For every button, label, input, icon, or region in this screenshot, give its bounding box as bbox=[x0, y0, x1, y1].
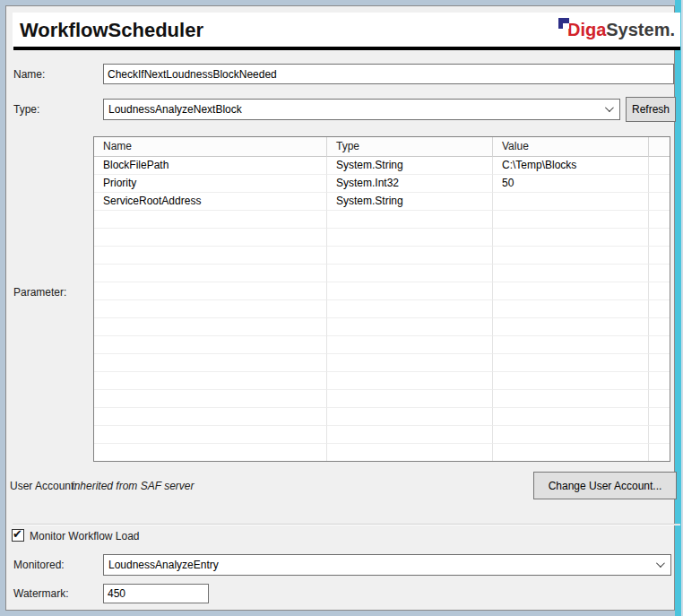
column-header-blank bbox=[649, 137, 670, 157]
table-cell bbox=[649, 211, 670, 229]
table-cell bbox=[649, 444, 670, 462]
table-row[interactable] bbox=[94, 426, 670, 444]
column-header-name[interactable]: Name bbox=[94, 137, 327, 157]
table-cell bbox=[649, 336, 670, 354]
table-cell bbox=[493, 247, 649, 265]
table-cell bbox=[493, 229, 649, 247]
table-row[interactable]: PrioritySystem.Int3250 bbox=[94, 175, 670, 193]
table-row[interactable] bbox=[94, 390, 670, 408]
table-cell: Priority bbox=[94, 175, 327, 193]
column-header-type[interactable]: Type bbox=[327, 137, 493, 157]
table-row[interactable] bbox=[94, 211, 670, 229]
name-input[interactable] bbox=[103, 64, 674, 84]
table-row[interactable] bbox=[94, 229, 670, 247]
table-row[interactable]: BlockFilePathSystem.StringC:\Temp\Blocks bbox=[94, 157, 670, 175]
type-combobox[interactable]: LoudnessAnalyzeNextBlock bbox=[103, 99, 620, 120]
column-header-value[interactable]: Value bbox=[493, 137, 649, 157]
table-cell bbox=[94, 354, 327, 372]
table-row[interactable] bbox=[94, 247, 670, 265]
table-cell bbox=[327, 229, 493, 247]
table-cell bbox=[327, 390, 493, 408]
table-cell bbox=[327, 300, 493, 318]
refresh-button[interactable]: Refresh bbox=[626, 97, 676, 122]
table-cell bbox=[649, 372, 670, 390]
monitored-combobox-value: LoudnessAnalyzeEntry bbox=[108, 559, 219, 571]
table-cell bbox=[493, 211, 649, 229]
table-cell bbox=[94, 408, 327, 426]
table-cell bbox=[94, 211, 327, 229]
table-cell bbox=[493, 426, 649, 444]
table-cell bbox=[327, 426, 493, 444]
table-row[interactable] bbox=[94, 300, 670, 318]
workflow-scheduler-window: WorkflowScheduler DigaSystem. Name: Type… bbox=[0, 0, 683, 616]
header-divider bbox=[13, 47, 680, 50]
table-cell bbox=[94, 426, 327, 444]
parameter-table[interactable]: Name Type Value BlockFilePathSystem.Stri… bbox=[93, 136, 670, 462]
table-cell bbox=[94, 318, 327, 336]
table-cell bbox=[649, 265, 670, 282]
parameter-table-body: BlockFilePathSystem.StringC:\Temp\Blocks… bbox=[94, 157, 670, 462]
table-row[interactable] bbox=[94, 282, 670, 300]
table-cell bbox=[94, 336, 327, 354]
table-cell: ServiceRootAddress bbox=[94, 193, 327, 211]
table-row[interactable] bbox=[94, 354, 670, 372]
table-cell bbox=[94, 282, 327, 300]
type-label: Type: bbox=[13, 103, 39, 116]
table-cell bbox=[493, 282, 649, 300]
table-cell bbox=[649, 175, 670, 193]
parameter-label: Parameter: bbox=[13, 286, 66, 299]
chevron-down-icon bbox=[605, 103, 614, 112]
table-cell bbox=[649, 354, 670, 372]
table-cell bbox=[327, 282, 493, 300]
logo-diga-text: Diga bbox=[567, 20, 606, 39]
window-content: WorkflowScheduler DigaSystem. Name: Type… bbox=[5, 5, 675, 611]
table-cell: C:\Temp\Blocks bbox=[493, 157, 649, 175]
table-cell bbox=[327, 318, 493, 336]
user-account-value: inherited from SAF server bbox=[72, 480, 195, 492]
table-cell bbox=[327, 265, 493, 282]
table-cell bbox=[493, 193, 649, 211]
table-cell bbox=[493, 408, 649, 426]
table-row[interactable] bbox=[94, 444, 670, 462]
table-row[interactable]: ServiceRootAddressSystem.String bbox=[94, 193, 670, 211]
table-cell bbox=[649, 390, 670, 408]
table-cell bbox=[649, 426, 670, 444]
table-cell: System.String bbox=[327, 193, 493, 211]
table-cell: BlockFilePath bbox=[94, 157, 327, 175]
table-cell: 50 bbox=[493, 175, 649, 193]
logo-corner-icon bbox=[558, 18, 569, 29]
table-cell: System.Int32 bbox=[327, 175, 493, 193]
table-cell bbox=[649, 318, 670, 336]
table-row[interactable] bbox=[94, 408, 670, 426]
table-row[interactable] bbox=[94, 372, 670, 390]
checkmark-icon: ✔ bbox=[13, 528, 22, 541]
table-cell bbox=[94, 300, 327, 318]
monitored-label: Monitored: bbox=[13, 559, 65, 571]
watermark-input[interactable] bbox=[103, 584, 209, 603]
table-cell bbox=[493, 265, 649, 282]
table-cell bbox=[493, 318, 649, 336]
logo-system-text: System. bbox=[606, 20, 675, 39]
table-row[interactable] bbox=[94, 336, 670, 354]
section-divider bbox=[13, 524, 680, 525]
name-label: Name: bbox=[13, 68, 45, 81]
table-cell bbox=[94, 229, 327, 247]
header-band: WorkflowScheduler DigaSystem. bbox=[13, 13, 680, 47]
table-cell bbox=[327, 247, 493, 265]
table-cell bbox=[94, 444, 327, 462]
table-cell bbox=[94, 265, 327, 282]
table-cell bbox=[94, 372, 327, 390]
table-row[interactable] bbox=[94, 265, 670, 282]
table-cell bbox=[327, 372, 493, 390]
monitored-combobox[interactable]: LoudnessAnalyzeEntry bbox=[103, 554, 671, 576]
change-user-account-button[interactable]: Change User Account... bbox=[533, 472, 677, 499]
monitor-workflow-load-label: Monitor Workflow Load bbox=[30, 530, 140, 542]
table-cell bbox=[649, 157, 670, 175]
table-row[interactable] bbox=[94, 318, 670, 336]
table-cell bbox=[649, 300, 670, 318]
table-cell bbox=[327, 211, 493, 229]
table-cell bbox=[493, 444, 649, 462]
table-cell bbox=[493, 354, 649, 372]
table-cell bbox=[649, 282, 670, 300]
monitor-workflow-load-checkbox[interactable]: ✔ bbox=[12, 529, 24, 542]
